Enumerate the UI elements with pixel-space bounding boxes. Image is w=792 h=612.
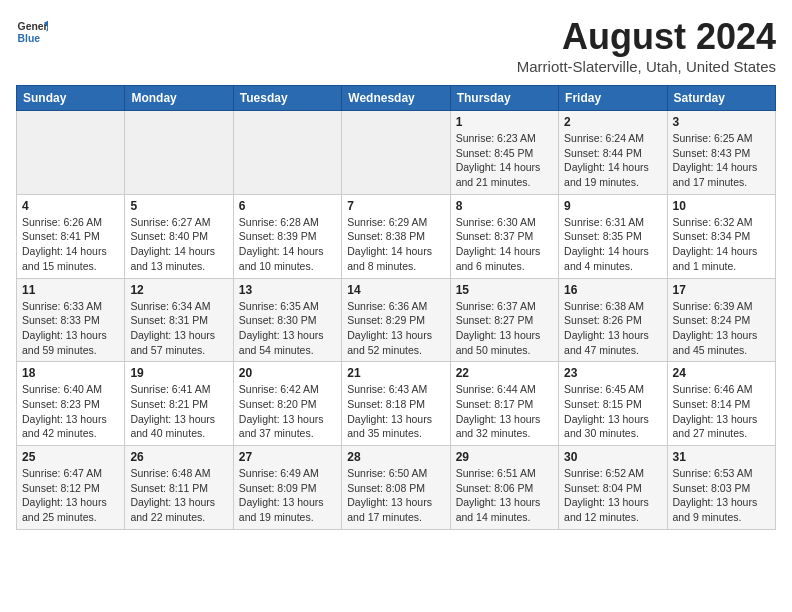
day-number: 20 [239, 366, 336, 380]
svg-text:Blue: Blue [18, 33, 41, 44]
day-info: Sunrise: 6:39 AM Sunset: 8:24 PM Dayligh… [673, 299, 770, 358]
main-title: August 2024 [517, 16, 776, 58]
day-info: Sunrise: 6:48 AM Sunset: 8:11 PM Dayligh… [130, 466, 227, 525]
calendar-cell: 20Sunrise: 6:42 AM Sunset: 8:20 PM Dayli… [233, 362, 341, 446]
calendar-cell: 8Sunrise: 6:30 AM Sunset: 8:37 PM Daylig… [450, 194, 558, 278]
calendar-cell: 19Sunrise: 6:41 AM Sunset: 8:21 PM Dayli… [125, 362, 233, 446]
calendar-cell: 4Sunrise: 6:26 AM Sunset: 8:41 PM Daylig… [17, 194, 125, 278]
logo-icon: General Blue [16, 16, 48, 48]
day-info: Sunrise: 6:44 AM Sunset: 8:17 PM Dayligh… [456, 382, 553, 441]
day-info: Sunrise: 6:37 AM Sunset: 8:27 PM Dayligh… [456, 299, 553, 358]
weekday-header-sunday: Sunday [17, 86, 125, 111]
day-info: Sunrise: 6:35 AM Sunset: 8:30 PM Dayligh… [239, 299, 336, 358]
day-number: 6 [239, 199, 336, 213]
calendar-cell: 30Sunrise: 6:52 AM Sunset: 8:04 PM Dayli… [559, 446, 667, 530]
day-info: Sunrise: 6:52 AM Sunset: 8:04 PM Dayligh… [564, 466, 661, 525]
day-info: Sunrise: 6:42 AM Sunset: 8:20 PM Dayligh… [239, 382, 336, 441]
calendar-cell: 17Sunrise: 6:39 AM Sunset: 8:24 PM Dayli… [667, 278, 775, 362]
calendar-cell: 27Sunrise: 6:49 AM Sunset: 8:09 PM Dayli… [233, 446, 341, 530]
day-info: Sunrise: 6:43 AM Sunset: 8:18 PM Dayligh… [347, 382, 444, 441]
calendar-cell: 23Sunrise: 6:45 AM Sunset: 8:15 PM Dayli… [559, 362, 667, 446]
day-number: 28 [347, 450, 444, 464]
day-number: 1 [456, 115, 553, 129]
day-info: Sunrise: 6:49 AM Sunset: 8:09 PM Dayligh… [239, 466, 336, 525]
day-number: 30 [564, 450, 661, 464]
calendar-cell: 7Sunrise: 6:29 AM Sunset: 8:38 PM Daylig… [342, 194, 450, 278]
day-number: 14 [347, 283, 444, 297]
day-info: Sunrise: 6:27 AM Sunset: 8:40 PM Dayligh… [130, 215, 227, 274]
day-number: 26 [130, 450, 227, 464]
logo: General Blue [16, 16, 48, 48]
title-area: August 2024 Marriott-Slaterville, Utah, … [517, 16, 776, 75]
calendar-cell [125, 111, 233, 195]
day-number: 2 [564, 115, 661, 129]
page-header: General Blue August 2024 Marriott-Slater… [16, 16, 776, 75]
weekday-header-tuesday: Tuesday [233, 86, 341, 111]
weekday-header-wednesday: Wednesday [342, 86, 450, 111]
day-number: 11 [22, 283, 119, 297]
day-info: Sunrise: 6:36 AM Sunset: 8:29 PM Dayligh… [347, 299, 444, 358]
calendar-cell: 11Sunrise: 6:33 AM Sunset: 8:33 PM Dayli… [17, 278, 125, 362]
calendar-week-2: 11Sunrise: 6:33 AM Sunset: 8:33 PM Dayli… [17, 278, 776, 362]
weekday-header-saturday: Saturday [667, 86, 775, 111]
day-number: 27 [239, 450, 336, 464]
calendar-cell: 26Sunrise: 6:48 AM Sunset: 8:11 PM Dayli… [125, 446, 233, 530]
calendar-week-0: 1Sunrise: 6:23 AM Sunset: 8:45 PM Daylig… [17, 111, 776, 195]
day-info: Sunrise: 6:41 AM Sunset: 8:21 PM Dayligh… [130, 382, 227, 441]
day-number: 12 [130, 283, 227, 297]
calendar-cell: 21Sunrise: 6:43 AM Sunset: 8:18 PM Dayli… [342, 362, 450, 446]
calendar-cell: 14Sunrise: 6:36 AM Sunset: 8:29 PM Dayli… [342, 278, 450, 362]
calendar-cell: 13Sunrise: 6:35 AM Sunset: 8:30 PM Dayli… [233, 278, 341, 362]
day-number: 17 [673, 283, 770, 297]
day-number: 21 [347, 366, 444, 380]
day-number: 25 [22, 450, 119, 464]
calendar-cell: 24Sunrise: 6:46 AM Sunset: 8:14 PM Dayli… [667, 362, 775, 446]
day-info: Sunrise: 6:25 AM Sunset: 8:43 PM Dayligh… [673, 131, 770, 190]
calendar-cell [342, 111, 450, 195]
calendar-cell: 3Sunrise: 6:25 AM Sunset: 8:43 PM Daylig… [667, 111, 775, 195]
calendar-cell: 28Sunrise: 6:50 AM Sunset: 8:08 PM Dayli… [342, 446, 450, 530]
svg-text:General: General [18, 21, 48, 32]
calendar-week-1: 4Sunrise: 6:26 AM Sunset: 8:41 PM Daylig… [17, 194, 776, 278]
day-number: 10 [673, 199, 770, 213]
calendar-cell [233, 111, 341, 195]
day-number: 3 [673, 115, 770, 129]
subtitle: Marriott-Slaterville, Utah, United State… [517, 58, 776, 75]
calendar-cell: 9Sunrise: 6:31 AM Sunset: 8:35 PM Daylig… [559, 194, 667, 278]
calendar-cell: 5Sunrise: 6:27 AM Sunset: 8:40 PM Daylig… [125, 194, 233, 278]
calendar-cell: 1Sunrise: 6:23 AM Sunset: 8:45 PM Daylig… [450, 111, 558, 195]
calendar-week-3: 18Sunrise: 6:40 AM Sunset: 8:23 PM Dayli… [17, 362, 776, 446]
day-info: Sunrise: 6:45 AM Sunset: 8:15 PM Dayligh… [564, 382, 661, 441]
day-number: 9 [564, 199, 661, 213]
calendar-cell: 25Sunrise: 6:47 AM Sunset: 8:12 PM Dayli… [17, 446, 125, 530]
day-number: 18 [22, 366, 119, 380]
day-info: Sunrise: 6:30 AM Sunset: 8:37 PM Dayligh… [456, 215, 553, 274]
calendar-cell: 18Sunrise: 6:40 AM Sunset: 8:23 PM Dayli… [17, 362, 125, 446]
calendar-cell: 29Sunrise: 6:51 AM Sunset: 8:06 PM Dayli… [450, 446, 558, 530]
weekday-header-row: SundayMondayTuesdayWednesdayThursdayFrid… [17, 86, 776, 111]
day-info: Sunrise: 6:51 AM Sunset: 8:06 PM Dayligh… [456, 466, 553, 525]
day-number: 19 [130, 366, 227, 380]
day-number: 15 [456, 283, 553, 297]
day-number: 4 [22, 199, 119, 213]
day-info: Sunrise: 6:31 AM Sunset: 8:35 PM Dayligh… [564, 215, 661, 274]
day-info: Sunrise: 6:50 AM Sunset: 8:08 PM Dayligh… [347, 466, 444, 525]
calendar-week-4: 25Sunrise: 6:47 AM Sunset: 8:12 PM Dayli… [17, 446, 776, 530]
calendar-cell: 15Sunrise: 6:37 AM Sunset: 8:27 PM Dayli… [450, 278, 558, 362]
calendar-cell: 2Sunrise: 6:24 AM Sunset: 8:44 PM Daylig… [559, 111, 667, 195]
day-number: 8 [456, 199, 553, 213]
day-info: Sunrise: 6:26 AM Sunset: 8:41 PM Dayligh… [22, 215, 119, 274]
calendar-cell: 10Sunrise: 6:32 AM Sunset: 8:34 PM Dayli… [667, 194, 775, 278]
day-number: 5 [130, 199, 227, 213]
calendar-cell: 16Sunrise: 6:38 AM Sunset: 8:26 PM Dayli… [559, 278, 667, 362]
day-info: Sunrise: 6:29 AM Sunset: 8:38 PM Dayligh… [347, 215, 444, 274]
calendar-table: SundayMondayTuesdayWednesdayThursdayFrid… [16, 85, 776, 530]
day-info: Sunrise: 6:23 AM Sunset: 8:45 PM Dayligh… [456, 131, 553, 190]
day-number: 13 [239, 283, 336, 297]
calendar-cell: 12Sunrise: 6:34 AM Sunset: 8:31 PM Dayli… [125, 278, 233, 362]
day-number: 16 [564, 283, 661, 297]
day-number: 31 [673, 450, 770, 464]
weekday-header-friday: Friday [559, 86, 667, 111]
day-number: 7 [347, 199, 444, 213]
calendar-cell: 31Sunrise: 6:53 AM Sunset: 8:03 PM Dayli… [667, 446, 775, 530]
